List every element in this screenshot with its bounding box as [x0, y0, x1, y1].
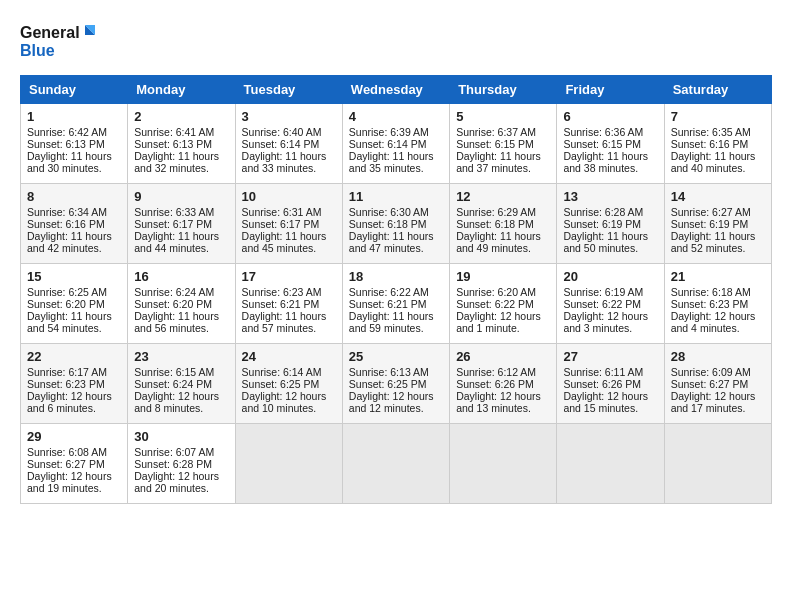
calendar-cell	[450, 424, 557, 504]
daylight-text: Daylight: 11 hours and 45 minutes.	[242, 230, 336, 254]
calendar-week-3: 15Sunrise: 6:25 AMSunset: 6:20 PMDayligh…	[21, 264, 772, 344]
calendar-cell: 18Sunrise: 6:22 AMSunset: 6:21 PMDayligh…	[342, 264, 449, 344]
day-number: 21	[671, 269, 765, 284]
sunset-text: Sunset: 6:19 PM	[671, 218, 765, 230]
calendar-cell: 22Sunrise: 6:17 AMSunset: 6:23 PMDayligh…	[21, 344, 128, 424]
day-number: 4	[349, 109, 443, 124]
calendar-cell: 29Sunrise: 6:08 AMSunset: 6:27 PMDayligh…	[21, 424, 128, 504]
daylight-text: Daylight: 12 hours and 12 minutes.	[349, 390, 443, 414]
daylight-text: Daylight: 11 hours and 37 minutes.	[456, 150, 550, 174]
calendar-cell: 1Sunrise: 6:42 AMSunset: 6:13 PMDaylight…	[21, 104, 128, 184]
sunrise-text: Sunrise: 6:11 AM	[563, 366, 657, 378]
calendar-week-2: 8Sunrise: 6:34 AMSunset: 6:16 PMDaylight…	[21, 184, 772, 264]
sunset-text: Sunset: 6:14 PM	[349, 138, 443, 150]
daylight-text: Daylight: 11 hours and 54 minutes.	[27, 310, 121, 334]
daylight-text: Daylight: 11 hours and 44 minutes.	[134, 230, 228, 254]
day-number: 7	[671, 109, 765, 124]
sunset-text: Sunset: 6:27 PM	[27, 458, 121, 470]
daylight-text: Daylight: 11 hours and 42 minutes.	[27, 230, 121, 254]
header-saturday: Saturday	[664, 76, 771, 104]
daylight-text: Daylight: 11 hours and 35 minutes.	[349, 150, 443, 174]
sunrise-text: Sunrise: 6:14 AM	[242, 366, 336, 378]
day-number: 2	[134, 109, 228, 124]
sunset-text: Sunset: 6:25 PM	[349, 378, 443, 390]
sunset-text: Sunset: 6:16 PM	[27, 218, 121, 230]
sunset-text: Sunset: 6:26 PM	[563, 378, 657, 390]
day-number: 27	[563, 349, 657, 364]
daylight-text: Daylight: 11 hours and 40 minutes.	[671, 150, 765, 174]
day-number: 3	[242, 109, 336, 124]
calendar-cell	[235, 424, 342, 504]
calendar-cell: 19Sunrise: 6:20 AMSunset: 6:22 PMDayligh…	[450, 264, 557, 344]
day-number: 28	[671, 349, 765, 364]
sunset-text: Sunset: 6:14 PM	[242, 138, 336, 150]
sunset-text: Sunset: 6:28 PM	[134, 458, 228, 470]
calendar-cell: 5Sunrise: 6:37 AMSunset: 6:15 PMDaylight…	[450, 104, 557, 184]
daylight-text: Daylight: 11 hours and 59 minutes.	[349, 310, 443, 334]
sunset-text: Sunset: 6:25 PM	[242, 378, 336, 390]
sunset-text: Sunset: 6:13 PM	[27, 138, 121, 150]
calendar-table: SundayMondayTuesdayWednesdayThursdayFrid…	[20, 75, 772, 504]
sunrise-text: Sunrise: 6:42 AM	[27, 126, 121, 138]
calendar-cell: 2Sunrise: 6:41 AMSunset: 6:13 PMDaylight…	[128, 104, 235, 184]
sunrise-text: Sunrise: 6:25 AM	[27, 286, 121, 298]
day-number: 1	[27, 109, 121, 124]
sunrise-text: Sunrise: 6:13 AM	[349, 366, 443, 378]
daylight-text: Daylight: 11 hours and 47 minutes.	[349, 230, 443, 254]
calendar-cell: 9Sunrise: 6:33 AMSunset: 6:17 PMDaylight…	[128, 184, 235, 264]
sunset-text: Sunset: 6:21 PM	[349, 298, 443, 310]
calendar-cell: 12Sunrise: 6:29 AMSunset: 6:18 PMDayligh…	[450, 184, 557, 264]
sunrise-text: Sunrise: 6:15 AM	[134, 366, 228, 378]
sunrise-text: Sunrise: 6:20 AM	[456, 286, 550, 298]
day-number: 25	[349, 349, 443, 364]
calendar-cell: 3Sunrise: 6:40 AMSunset: 6:14 PMDaylight…	[235, 104, 342, 184]
calendar-cell: 25Sunrise: 6:13 AMSunset: 6:25 PMDayligh…	[342, 344, 449, 424]
daylight-text: Daylight: 11 hours and 57 minutes.	[242, 310, 336, 334]
day-number: 11	[349, 189, 443, 204]
daylight-text: Daylight: 12 hours and 19 minutes.	[27, 470, 121, 494]
sunset-text: Sunset: 6:15 PM	[456, 138, 550, 150]
sunset-text: Sunset: 6:20 PM	[134, 298, 228, 310]
daylight-text: Daylight: 12 hours and 17 minutes.	[671, 390, 765, 414]
day-number: 12	[456, 189, 550, 204]
day-number: 22	[27, 349, 121, 364]
sunset-text: Sunset: 6:17 PM	[134, 218, 228, 230]
calendar-cell: 26Sunrise: 6:12 AMSunset: 6:26 PMDayligh…	[450, 344, 557, 424]
calendar-cell	[557, 424, 664, 504]
calendar-cell: 11Sunrise: 6:30 AMSunset: 6:18 PMDayligh…	[342, 184, 449, 264]
calendar-cell	[664, 424, 771, 504]
header-friday: Friday	[557, 76, 664, 104]
sunrise-text: Sunrise: 6:37 AM	[456, 126, 550, 138]
daylight-text: Daylight: 12 hours and 13 minutes.	[456, 390, 550, 414]
daylight-text: Daylight: 11 hours and 33 minutes.	[242, 150, 336, 174]
sunrise-text: Sunrise: 6:12 AM	[456, 366, 550, 378]
sunset-text: Sunset: 6:13 PM	[134, 138, 228, 150]
calendar-cell: 7Sunrise: 6:35 AMSunset: 6:16 PMDaylight…	[664, 104, 771, 184]
day-number: 14	[671, 189, 765, 204]
day-number: 24	[242, 349, 336, 364]
sunrise-text: Sunrise: 6:39 AM	[349, 126, 443, 138]
sunrise-text: Sunrise: 6:30 AM	[349, 206, 443, 218]
sunrise-text: Sunrise: 6:08 AM	[27, 446, 121, 458]
calendar-cell: 30Sunrise: 6:07 AMSunset: 6:28 PMDayligh…	[128, 424, 235, 504]
page-header: General Blue	[20, 20, 772, 65]
logo-icon: General Blue	[20, 20, 100, 65]
day-number: 6	[563, 109, 657, 124]
calendar-cell: 24Sunrise: 6:14 AMSunset: 6:25 PMDayligh…	[235, 344, 342, 424]
sunrise-text: Sunrise: 6:34 AM	[27, 206, 121, 218]
sunset-text: Sunset: 6:18 PM	[456, 218, 550, 230]
daylight-text: Daylight: 11 hours and 50 minutes.	[563, 230, 657, 254]
day-number: 8	[27, 189, 121, 204]
sunrise-text: Sunrise: 6:27 AM	[671, 206, 765, 218]
sunrise-text: Sunrise: 6:41 AM	[134, 126, 228, 138]
calendar-cell: 28Sunrise: 6:09 AMSunset: 6:27 PMDayligh…	[664, 344, 771, 424]
sunrise-text: Sunrise: 6:31 AM	[242, 206, 336, 218]
day-number: 19	[456, 269, 550, 284]
daylight-text: Daylight: 11 hours and 56 minutes.	[134, 310, 228, 334]
sunrise-text: Sunrise: 6:40 AM	[242, 126, 336, 138]
sunset-text: Sunset: 6:21 PM	[242, 298, 336, 310]
sunset-text: Sunset: 6:23 PM	[27, 378, 121, 390]
header-sunday: Sunday	[21, 76, 128, 104]
sunrise-text: Sunrise: 6:09 AM	[671, 366, 765, 378]
daylight-text: Daylight: 11 hours and 32 minutes.	[134, 150, 228, 174]
